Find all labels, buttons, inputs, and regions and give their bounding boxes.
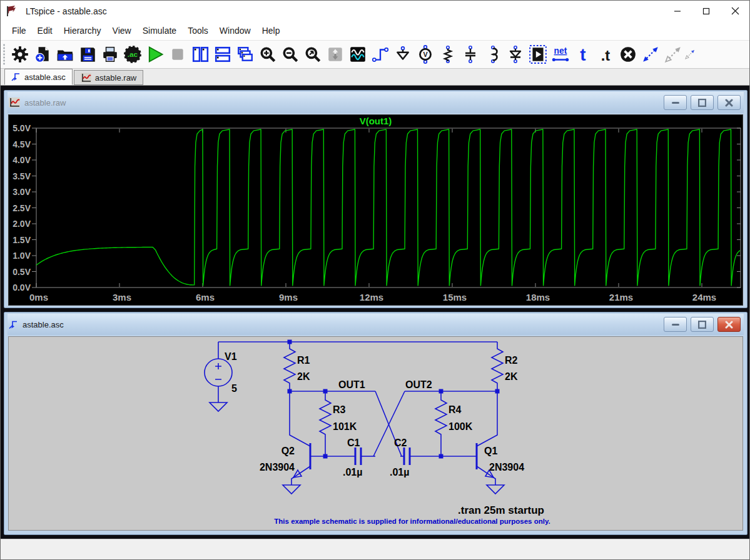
zoom-full-extents-icon[interactable] xyxy=(302,42,324,67)
schematic-window-title: astable.asc xyxy=(23,320,64,329)
schematic-close-button[interactable] xyxy=(717,317,741,332)
close-icon xyxy=(725,321,733,329)
resistor-tool-icon[interactable] xyxy=(437,42,459,67)
tab-label: astable.raw xyxy=(95,73,136,82)
r2-label: R2 xyxy=(505,355,518,366)
tile-vertical-icon[interactable] xyxy=(189,42,211,67)
x-axis-tick-label: 6ms xyxy=(196,292,215,302)
vout1-trace xyxy=(36,129,740,286)
drag-icon xyxy=(662,42,684,67)
ground-symbol xyxy=(283,485,300,494)
spice-directive[interactable]: .tran 25m startup xyxy=(458,504,544,516)
component-r3[interactable] xyxy=(320,391,331,456)
x-axis-tick-label: 15ms xyxy=(443,292,467,302)
q2-value: 2N3904 xyxy=(260,462,295,472)
schematic-maximize-button[interactable] xyxy=(691,317,714,332)
waveform-plot-canvas[interactable]: 0ms3ms6ms9ms12ms15ms18ms21ms24ms5.0V4.5V… xyxy=(9,115,742,305)
x-axis-tick-label: 21ms xyxy=(609,292,633,302)
text-tool-icon[interactable]: t xyxy=(572,42,594,67)
y-axis-tick-label: 4.0V xyxy=(13,155,31,165)
y-axis-tick-label: 4.5V xyxy=(13,139,31,149)
waveform-pane-icon[interactable] xyxy=(347,42,369,67)
component-c1[interactable] xyxy=(355,448,361,465)
menu-help[interactable]: Help xyxy=(256,23,286,38)
menu-simulate[interactable]: Simulate xyxy=(137,23,182,38)
schematic-window-titlebar[interactable]: astable.asc xyxy=(8,314,744,335)
tab-label: astable.asc xyxy=(24,72,66,82)
c2-value: .01µ xyxy=(390,467,409,478)
inductor-tool-icon[interactable] xyxy=(482,42,504,67)
tab-astable-raw[interactable]: astable.raw xyxy=(74,70,143,85)
new-schematic-icon[interactable] xyxy=(31,42,54,67)
diode-tool-icon[interactable] xyxy=(504,42,527,67)
control-panel-icon[interactable] xyxy=(9,42,31,67)
component-r2[interactable] xyxy=(492,342,503,391)
spice-netlist-ac-icon[interactable]: .ac xyxy=(121,42,144,67)
component-q2[interactable] xyxy=(283,391,310,494)
open-icon[interactable] xyxy=(54,42,76,67)
close-icon xyxy=(731,7,739,15)
x-axis-tick-label: 18ms xyxy=(526,292,550,302)
waveform-tab-icon xyxy=(81,73,91,82)
zoom-in-icon[interactable] xyxy=(256,42,279,67)
print-icon[interactable] xyxy=(99,42,121,67)
capacitor-tool-icon[interactable] xyxy=(459,42,482,67)
delete-icon[interactable] xyxy=(617,42,639,67)
menu-hierarchy[interactable]: Hierarchy xyxy=(58,23,107,38)
spice-directive-icon[interactable]: .t xyxy=(594,42,617,67)
out1-net-label: OUT1 xyxy=(338,379,365,390)
waveform-close-button[interactable] xyxy=(717,95,741,110)
x-axis-tick-label: 12ms xyxy=(360,292,383,302)
y-axis-tick-label: 1.5V xyxy=(13,235,31,245)
app-minimize-button[interactable] xyxy=(663,1,692,21)
q2-label: Q2 xyxy=(281,446,295,456)
minimize-icon xyxy=(671,99,680,106)
component-r1[interactable] xyxy=(284,342,295,391)
y-axis-tick-label: 0.5V xyxy=(13,267,31,277)
c1-label: C1 xyxy=(347,438,360,448)
zoom-out-icon[interactable] xyxy=(279,42,302,67)
menu-window[interactable]: Window xyxy=(214,23,256,38)
v1-value: 5 xyxy=(231,383,237,394)
autorange-icon xyxy=(324,42,347,67)
y-axis-tick-label: 2.5V xyxy=(13,203,31,213)
toolbar-grip[interactable] xyxy=(2,43,6,66)
svg-text:V: V xyxy=(423,51,428,58)
voltage-source-tool-icon[interactable]: V xyxy=(414,42,437,67)
y-axis-tick-label: 2.0V xyxy=(13,219,31,229)
component-r4[interactable] xyxy=(435,391,447,456)
waveform-maximize-button[interactable] xyxy=(691,95,714,110)
plot-frame xyxy=(36,128,741,288)
cascade-windows-icon[interactable] xyxy=(234,42,256,67)
menu-edit[interactable]: Edit xyxy=(32,23,58,38)
waveform-window-titlebar[interactable]: astable.raw xyxy=(8,92,744,113)
component-c2[interactable] xyxy=(404,448,410,465)
schematic-minimize-button[interactable] xyxy=(664,317,687,332)
trace-title[interactable]: V(out1) xyxy=(9,116,742,126)
app-maximize-button[interactable] xyxy=(692,1,721,21)
r1-label: R1 xyxy=(297,355,310,366)
menu-tools[interactable]: Tools xyxy=(182,23,214,38)
clipped-toolbar-icon xyxy=(684,42,696,67)
svg-text:net: net xyxy=(554,46,567,56)
schematic-window: astable.asc V1 5 xyxy=(4,312,747,535)
component-q1[interactable] xyxy=(477,391,504,494)
component-tool-icon[interactable] xyxy=(527,42,549,67)
schematic-canvas[interactable]: V1 5 R1 2K R2 2K OUT1 OUT2 xyxy=(9,337,741,530)
menu-file[interactable]: File xyxy=(6,23,32,38)
menu-view[interactable]: View xyxy=(107,23,137,38)
tile-horizontal-icon[interactable] xyxy=(211,42,234,67)
label-net-icon[interactable]: net xyxy=(549,42,572,67)
waveform-minimize-button[interactable] xyxy=(664,95,687,110)
app-close-button[interactable] xyxy=(721,1,749,21)
waveform-plot[interactable]: 0ms3ms6ms9ms12ms15ms18ms21ms24ms5.0V4.5V… xyxy=(8,114,743,306)
mdi-workspace: astable.raw 0ms3ms6ms9ms12ms15ms18ms21ms… xyxy=(1,86,749,539)
ground-tool-icon[interactable] xyxy=(392,42,414,67)
r3-label: R3 xyxy=(333,404,346,415)
tab-astable-asc[interactable]: astable.asc xyxy=(4,69,73,85)
run-icon[interactable] xyxy=(144,42,166,67)
move-icon[interactable] xyxy=(639,42,662,67)
svg-text:t: t xyxy=(580,45,585,64)
save-icon[interactable] xyxy=(76,42,99,67)
wire-tool-icon[interactable] xyxy=(369,42,392,67)
